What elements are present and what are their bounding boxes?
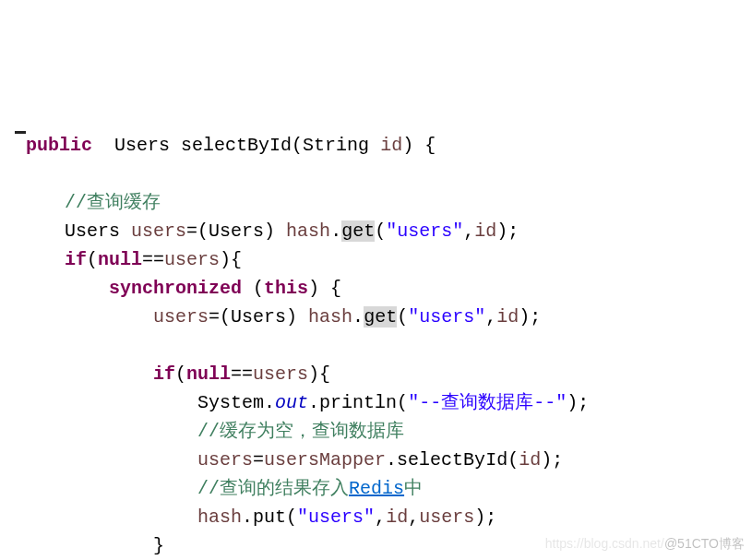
keyword-null: null: [98, 249, 142, 270]
var-id: id: [519, 449, 541, 471]
method-println: println: [319, 392, 397, 413]
string-users: "users": [408, 306, 485, 328]
var-users: users: [131, 220, 186, 242]
var-users: users: [253, 363, 308, 385]
method-get: get: [364, 306, 397, 328]
var-users: users: [419, 506, 474, 528]
param-name: id: [380, 135, 402, 156]
keyword-public: public: [26, 135, 92, 156]
cast-users: Users: [209, 220, 264, 242]
var-hash: hash: [286, 220, 330, 242]
var-id: id: [496, 306, 519, 328]
keyword-if: if: [153, 363, 175, 385]
method-get: get: [341, 220, 375, 242]
class-system: System: [197, 392, 264, 413]
var-id: id: [474, 220, 496, 242]
field-out: out: [275, 392, 308, 413]
cast-users: Users: [231, 306, 286, 328]
var-users: users: [164, 249, 220, 270]
method-selectbyid: selectById: [397, 449, 507, 471]
param-type: String: [303, 135, 369, 156]
var-id: id: [386, 506, 408, 528]
keyword-this: this: [264, 278, 308, 299]
keyword-if: if: [65, 249, 87, 270]
string-users: "users": [297, 506, 375, 528]
var-users: users: [197, 449, 253, 471]
string-users: "users": [386, 220, 463, 242]
type-users: Users: [65, 220, 120, 242]
var-usersmapper: usersMapper: [264, 449, 386, 471]
comment-cache-empty: //缓存为空，查询数据库: [197, 421, 404, 442]
method-put: put: [253, 506, 286, 528]
var-hash: hash: [197, 506, 242, 528]
string-db-query: "--查询数据库--": [408, 392, 567, 413]
redis-link: Redis: [349, 478, 404, 499]
method-name: selectById: [181, 135, 292, 156]
comment-cache: //查询缓存: [65, 192, 161, 213]
cursor-mark: [15, 131, 26, 134]
keyword-null: null: [186, 363, 231, 385]
type-users: Users: [114, 135, 170, 156]
var-users: users: [153, 306, 209, 328]
var-hash: hash: [308, 306, 352, 328]
keyword-synchronized: synchronized: [109, 278, 242, 299]
comment-store-redis: //查询的结果存入Redis中: [197, 478, 423, 499]
code-block: public Users selectById(String id) { //查…: [20, 131, 743, 560]
watermark-text: https://blog.csdn.net/@51CTO博客: [545, 534, 745, 554]
